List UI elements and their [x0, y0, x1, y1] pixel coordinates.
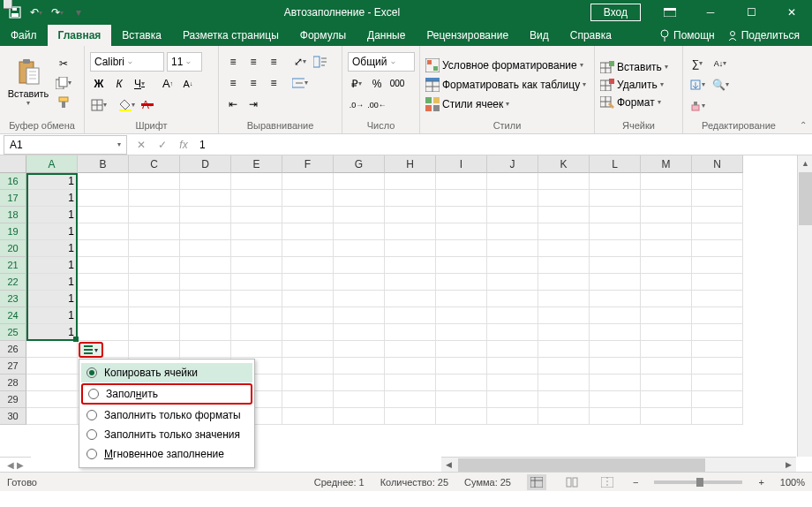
cell[interactable]: [487, 257, 538, 274]
cell[interactable]: [129, 240, 180, 257]
sort-filter-icon[interactable]: А↓▾: [709, 55, 732, 72]
cell[interactable]: [538, 307, 590, 324]
cell[interactable]: [26, 408, 78, 425]
dialog-launcher-icon[interactable]: [4, 0, 12, 9]
cell[interactable]: [538, 358, 590, 375]
align-left-icon[interactable]: ≡: [224, 74, 242, 92]
tab-formulas[interactable]: Формулы: [289, 25, 357, 46]
fill-color-icon[interactable]: ▾: [118, 96, 136, 114]
cell[interactable]: [538, 375, 590, 391]
column-header[interactable]: N: [692, 155, 743, 173]
paste-button[interactable]: Вставить ▾: [5, 49, 51, 116]
cell[interactable]: [385, 240, 436, 257]
row-header[interactable]: 19: [0, 223, 26, 240]
cell[interactable]: [487, 190, 538, 207]
cell[interactable]: 1: [26, 207, 78, 223]
cell[interactable]: [334, 358, 385, 375]
cell[interactable]: [590, 341, 641, 358]
cell[interactable]: [590, 223, 641, 240]
row-header[interactable]: 22: [0, 274, 26, 291]
cell[interactable]: [436, 375, 487, 391]
cell[interactable]: [487, 223, 538, 240]
cell[interactable]: [129, 173, 180, 190]
cell[interactable]: [641, 375, 692, 391]
cell[interactable]: [334, 207, 385, 223]
cell[interactable]: [692, 291, 743, 307]
cell[interactable]: [692, 375, 743, 391]
cell[interactable]: [282, 240, 334, 257]
cell[interactable]: [641, 391, 692, 408]
comma-icon[interactable]: 000: [388, 75, 406, 93]
row-header[interactable]: 25: [0, 324, 26, 341]
cell[interactable]: [385, 324, 436, 341]
autosum-icon[interactable]: ∑▾: [688, 55, 706, 72]
insert-cells-button[interactable]: Вставить▾: [600, 61, 668, 73]
cell[interactable]: [334, 240, 385, 257]
align-top-icon[interactable]: ≡: [224, 53, 242, 71]
row-header[interactable]: 28: [0, 375, 26, 391]
cell[interactable]: [129, 274, 180, 291]
cell[interactable]: [180, 341, 231, 358]
cell[interactable]: [436, 391, 487, 408]
underline-button[interactable]: Ч▾: [131, 75, 148, 93]
cell[interactable]: [180, 240, 231, 257]
zoom-out-icon[interactable]: −: [633, 477, 638, 488]
cell[interactable]: [641, 291, 692, 307]
clear-icon[interactable]: ▾: [688, 97, 706, 115]
delete-cells-button[interactable]: Удалить▾: [600, 79, 668, 91]
cell[interactable]: [590, 257, 641, 274]
cell[interactable]: [436, 190, 487, 207]
cell[interactable]: [334, 408, 385, 425]
cell[interactable]: [282, 274, 334, 291]
cell[interactable]: [129, 257, 180, 274]
horizontal-scrollbar[interactable]: ◀▶: [441, 457, 796, 472]
cell[interactable]: [641, 307, 692, 324]
column-header[interactable]: K: [538, 155, 590, 173]
cell[interactable]: [282, 291, 334, 307]
cell[interactable]: [692, 173, 743, 190]
cell[interactable]: 1: [26, 274, 78, 291]
cell[interactable]: [692, 223, 743, 240]
tab-data[interactable]: Данные: [357, 25, 416, 46]
cell[interactable]: [385, 291, 436, 307]
tell-me[interactable]: Помощн: [659, 29, 715, 42]
cell[interactable]: [692, 274, 743, 291]
login-button[interactable]: Вход: [590, 4, 641, 21]
cell[interactable]: [487, 274, 538, 291]
column-header[interactable]: J: [487, 155, 538, 173]
row-header[interactable]: 30: [0, 408, 26, 425]
orientation-icon[interactable]: ⤢▾: [291, 53, 309, 71]
column-header[interactable]: L: [590, 155, 641, 173]
cell[interactable]: [180, 223, 231, 240]
cell[interactable]: [334, 190, 385, 207]
cell[interactable]: [78, 207, 129, 223]
cell[interactable]: [641, 274, 692, 291]
cell[interactable]: [436, 358, 487, 375]
merge-icon[interactable]: ▾: [291, 74, 309, 92]
cell[interactable]: [436, 223, 487, 240]
cell[interactable]: [641, 223, 692, 240]
cut-icon[interactable]: ✂: [55, 55, 72, 72]
cell[interactable]: [692, 358, 743, 375]
cell[interactable]: [180, 173, 231, 190]
row-header[interactable]: 26: [0, 341, 26, 358]
column-header[interactable]: C: [129, 155, 180, 173]
menu-fill-series[interactable]: Заполнить: [81, 383, 252, 405]
zoom-slider[interactable]: [654, 481, 742, 484]
share-button[interactable]: Поделиться: [727, 29, 800, 42]
cell[interactable]: 1: [26, 307, 78, 324]
cell[interactable]: [231, 223, 282, 240]
cell[interactable]: [538, 173, 590, 190]
sheet-nav[interactable]: ◀ ▶: [0, 457, 31, 472]
view-normal-icon[interactable]: [527, 474, 546, 490]
align-bottom-icon[interactable]: ≡: [265, 53, 282, 71]
font-name-combo[interactable]: Calibri⌵: [90, 52, 164, 72]
cell[interactable]: 1: [26, 190, 78, 207]
cell[interactable]: [538, 257, 590, 274]
ribbon-display-icon[interactable]: [650, 0, 690, 25]
column-header[interactable]: B: [78, 155, 129, 173]
cell[interactable]: [436, 324, 487, 341]
cell[interactable]: [78, 240, 129, 257]
cell[interactable]: [231, 291, 282, 307]
format-painter-icon[interactable]: [55, 94, 72, 111]
